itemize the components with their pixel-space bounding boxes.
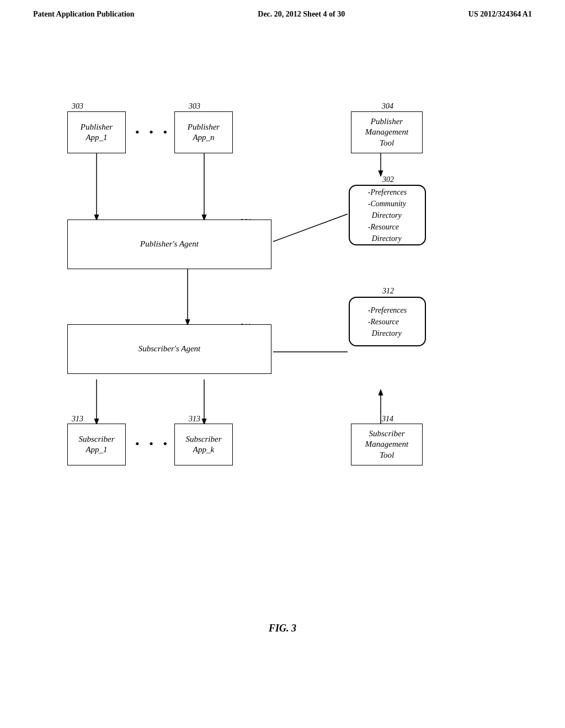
ref-313a: 313 xyxy=(72,415,83,424)
pub-appn-label: PublisherApp_n xyxy=(188,122,220,143)
ref-314: 314 xyxy=(382,415,393,424)
box-pub-data: -Preferences-Community Directory-Resourc… xyxy=(349,185,426,245)
header-left: Patent Application Publication xyxy=(33,10,135,19)
ref-302: 302 xyxy=(382,175,394,184)
sub-agent-label: Subscriber's Agent xyxy=(138,344,201,355)
sub-mgmt-label: SubscriberManagementTool xyxy=(365,429,408,461)
pub-app1-label: PublisherApp_1 xyxy=(81,122,113,143)
ref-312: 312 xyxy=(382,287,394,296)
dots-publisher: • • • xyxy=(135,125,170,140)
box-sub-agent: Subscriber's Agent xyxy=(67,324,271,374)
sub-data-label: -Preferences-Resource Directory xyxy=(368,304,407,339)
box-pub-appn: PublisherApp_n xyxy=(174,111,233,153)
pub-mgmt-label: PublisherManagementTool xyxy=(365,116,408,149)
fig-caption: FIG. 3 xyxy=(0,623,565,634)
box-sub-app1: SubscriberApp_1 xyxy=(67,424,126,465)
box-sub-mgmt: SubscriberManagementTool xyxy=(351,424,423,465)
diagram: 303 PublisherApp_1 • • • 303 PublisherAp… xyxy=(33,72,530,568)
box-pub-mgmt: PublisherManagementTool xyxy=(351,111,423,153)
pub-data-label: -Preferences-Community Directory-Resourc… xyxy=(368,186,407,244)
sub-appk-label: SubscriberApp_k xyxy=(186,434,222,456)
box-pub-app1: PublisherApp_1 xyxy=(67,111,126,153)
ref-313b: 313 xyxy=(189,415,200,424)
box-sub-data: -Preferences-Resource Directory xyxy=(349,297,426,346)
sub-app1-label: SubscriberApp_1 xyxy=(79,434,115,456)
dots-subscriber: • • • xyxy=(135,437,170,451)
svg-line-3 xyxy=(273,214,348,242)
ref-303a: 303 xyxy=(72,102,83,111)
ref-304: 304 xyxy=(382,102,393,111)
header-center: Dec. 20, 2012 Sheet 4 of 30 xyxy=(258,10,345,19)
pub-agent-label: Publisher's Agent xyxy=(140,239,199,250)
ref-303b: 303 xyxy=(189,102,200,111)
page-header: Patent Application Publication Dec. 20, … xyxy=(0,0,565,19)
box-pub-agent: Publisher's Agent xyxy=(67,220,271,269)
header-right: US 2012/324364 A1 xyxy=(468,10,532,19)
box-sub-appk: SubscriberApp_k xyxy=(174,424,233,465)
